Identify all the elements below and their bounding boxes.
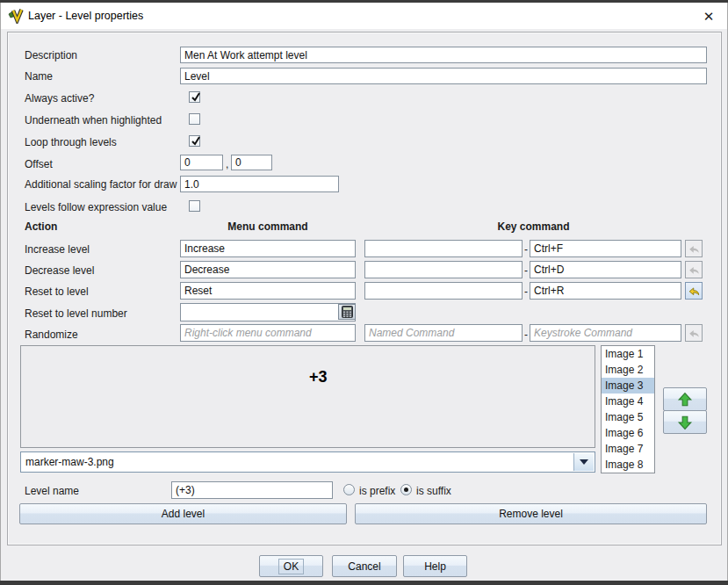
offset-separator: ,	[226, 158, 228, 170]
reset-level-number-input[interactable]	[180, 303, 356, 321]
chevron-down-icon[interactable]	[573, 453, 594, 471]
move-level-up-button[interactable]	[663, 387, 707, 411]
reset-key-separator: -	[524, 285, 528, 298]
scaling-label: Additional scaling factor for draw	[25, 178, 177, 191]
level-name-input[interactable]	[171, 481, 333, 499]
decrease-menu-input[interactable]	[180, 261, 356, 278]
decrease-level-label: Decrease level	[25, 264, 94, 277]
randomize-keystroke-input[interactable]	[530, 324, 681, 342]
reset-keystroke-input[interactable]	[530, 282, 681, 300]
title-bar: Layer - Level properties ✕	[1, 3, 727, 29]
key-command-column-header: Key command	[364, 220, 703, 233]
arrow-up-icon	[677, 392, 693, 408]
underneath-checkbox[interactable]	[189, 113, 200, 125]
is-suffix-radio[interactable]	[400, 484, 412, 495]
action-column-header: Action	[25, 220, 57, 233]
background-window-edge-bottom	[0, 581, 728, 585]
loop-levels-checkbox[interactable]	[189, 135, 200, 147]
list-item-image-2[interactable]: Image 2	[602, 362, 654, 378]
preview-marker-text: +3	[309, 368, 328, 386]
reset-undo-button[interactable]	[685, 282, 703, 300]
randomize-undo-button[interactable]	[685, 324, 703, 342]
list-item-image-8[interactable]: Image 8	[602, 457, 654, 473]
list-item-image-7[interactable]: Image 7	[602, 441, 654, 457]
calculator-icon[interactable]	[338, 304, 356, 320]
reset-level-label: Reset to level	[25, 285, 89, 298]
dialog-layer-level-properties: Layer - Level properties ✕ Description N…	[0, 0, 728, 585]
window-title: Layer - Level properties	[28, 10, 143, 22]
arrow-down-icon	[677, 415, 693, 430]
offset-x-input[interactable]	[180, 155, 223, 170]
underneath-label: Underneath when highlighted	[25, 114, 162, 126]
randomize-named-command-input[interactable]	[364, 324, 523, 342]
image-list: Image 1 Image 2 Image 3 Image 4 Image 5 …	[601, 345, 655, 473]
follow-expression-label: Levels follow expression value	[25, 201, 167, 213]
list-item-image-4[interactable]: Image 4	[602, 394, 654, 409]
randomize-label: Randomize	[25, 329, 78, 341]
list-item-image-1[interactable]: Image 1	[602, 346, 654, 362]
ok-button-label: OK	[278, 559, 304, 574]
decrease-undo-button[interactable]	[685, 261, 703, 278]
level-image-preview	[20, 345, 595, 448]
randomize-menu-input[interactable]	[180, 324, 356, 342]
follow-expression-checkbox[interactable]	[189, 200, 200, 212]
image-file-name: marker-maw-3.png	[25, 456, 114, 468]
image-file-combobox[interactable]: marker-maw-3.png	[20, 451, 595, 473]
add-level-button[interactable]: Add level	[19, 503, 347, 524]
increase-key-separator: -	[524, 243, 528, 256]
decrease-named-command-input[interactable]	[364, 261, 523, 278]
reset-named-command-input[interactable]	[364, 282, 523, 300]
name-input[interactable]	[180, 68, 707, 84]
increase-level-label: Increase level	[25, 243, 90, 256]
help-button[interactable]: Help	[403, 555, 467, 577]
increase-keystroke-input[interactable]	[530, 240, 681, 257]
randomize-key-separator: -	[524, 329, 528, 341]
list-item-image-5[interactable]: Image 5	[602, 409, 654, 425]
description-input[interactable]	[180, 47, 707, 63]
decrease-key-separator: -	[524, 264, 528, 277]
vassal-logo-icon	[8, 8, 25, 24]
loop-levels-label: Loop through levels	[25, 136, 117, 148]
cancel-button[interactable]: Cancel	[332, 555, 397, 577]
offset-label: Offset	[25, 158, 53, 170]
remove-level-button[interactable]: Remove level	[355, 503, 707, 524]
reset-menu-input[interactable]	[180, 282, 356, 300]
is-suffix-label: is suffix	[416, 485, 451, 497]
move-level-down-button[interactable]	[663, 410, 707, 434]
level-name-label: Level name	[25, 485, 79, 497]
close-icon[interactable]: ✕	[699, 7, 718, 26]
increase-undo-button[interactable]	[685, 240, 703, 257]
always-active-checkbox[interactable]	[189, 91, 200, 103]
scaling-input[interactable]	[180, 176, 339, 192]
ok-button[interactable]: OK	[259, 555, 323, 577]
description-label: Description	[25, 49, 77, 61]
is-prefix-label: is prefix	[359, 485, 395, 497]
is-prefix-radio[interactable]	[343, 484, 355, 495]
offset-y-input[interactable]	[231, 155, 272, 170]
decrease-keystroke-input[interactable]	[530, 261, 681, 278]
always-active-label: Always active?	[25, 92, 94, 105]
menu-command-column-header: Menu command	[180, 220, 356, 233]
list-item-image-6[interactable]: Image 6	[602, 425, 654, 441]
increase-named-command-input[interactable]	[364, 240, 523, 257]
increase-menu-input[interactable]	[180, 240, 356, 257]
list-item-image-3[interactable]: Image 3	[602, 378, 654, 394]
reset-level-number-label: Reset to level number	[25, 307, 127, 320]
name-label: Name	[25, 70, 53, 83]
